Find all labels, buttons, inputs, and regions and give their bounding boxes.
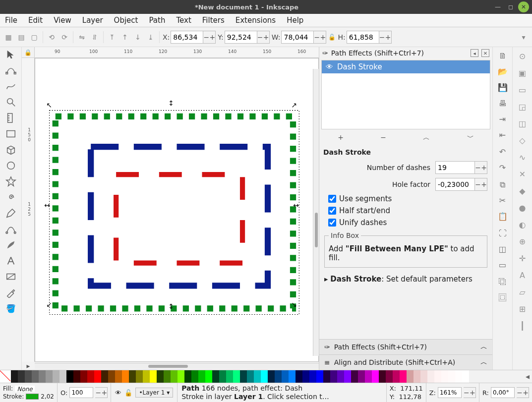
snap-page-icon[interactable]: ▱ <box>517 286 529 298</box>
palette-swatch[interactable] <box>53 370 59 383</box>
y-inc[interactable]: + <box>263 31 269 43</box>
bezier-tool-icon[interactable] <box>4 223 17 235</box>
rotate-ccw-icon[interactable]: ⟲ <box>46 32 57 43</box>
palette-swatch[interactable] <box>400 370 407 383</box>
selection-handle-s[interactable]: ↕ <box>168 303 174 309</box>
selection-handle-nw[interactable]: ↖ <box>46 102 52 108</box>
open-doc-icon[interactable]: 📂 <box>497 66 508 77</box>
fill-swatch[interactable]: None <box>15 386 35 392</box>
stroke-swatch[interactable] <box>26 394 39 400</box>
y-input[interactable] <box>225 31 257 44</box>
deselect-icon[interactable]: ▢ <box>29 32 40 43</box>
visibility-icon[interactable]: 👁 <box>326 62 333 71</box>
w-input[interactable] <box>281 31 314 44</box>
palette-swatch[interactable] <box>344 370 351 383</box>
zoom-inc[interactable]: + <box>470 387 475 399</box>
num-dashes-inc[interactable]: + <box>481 162 487 173</box>
menu-layer[interactable]: Layer <box>80 15 105 26</box>
palette-swatch[interactable] <box>309 370 316 383</box>
select-all-icon[interactable]: ▦ <box>3 32 14 43</box>
palette-swatch[interactable] <box>420 370 427 383</box>
palette-swatch[interactable] <box>275 370 282 383</box>
palette-swatch[interactable] <box>177 370 184 383</box>
lower-icon[interactable]: ↓ <box>132 32 143 43</box>
lower-bottom-icon[interactable]: ⤓ <box>145 32 156 43</box>
palette-swatch[interactable] <box>101 370 108 383</box>
palette-swatch[interactable] <box>247 370 254 383</box>
menu-filters[interactable]: Filters <box>200 15 227 26</box>
x-dec[interactable]: − <box>203 31 209 43</box>
palette-none-swatch[interactable] <box>0 370 11 383</box>
duplicate-icon[interactable]: ⿻ <box>497 276 508 287</box>
palette-swatch[interactable] <box>25 370 32 383</box>
layer-selector[interactable]: •Layer 1 ▾ <box>135 388 173 398</box>
menu-view[interactable]: View <box>52 15 73 26</box>
snap-rotation-icon[interactable]: ✛ <box>517 252 529 264</box>
selection-handle-e[interactable]: ↔ <box>293 202 299 208</box>
collapsed-tab-align[interactable]: ≡Align and Distribute (Shift+Ctrl+A)︿ <box>319 354 492 370</box>
raise-top-icon[interactable]: ⤒ <box>107 32 118 43</box>
snap-bbox-corner-icon[interactable]: ◲ <box>517 101 529 113</box>
select-in-layers-icon[interactable]: ▤ <box>16 32 27 43</box>
snap-path-icon[interactable]: ∿ <box>517 151 529 163</box>
node-tool-icon[interactable] <box>4 64 17 77</box>
zoom-fit-icon[interactable]: ⛶ <box>497 228 508 238</box>
selector-tool-icon[interactable] <box>4 48 17 61</box>
palette-swatch[interactable] <box>32 370 39 383</box>
3dbox-tool-icon[interactable] <box>4 143 17 156</box>
menu-extensions[interactable]: Extensions <box>234 15 278 26</box>
rotation-input[interactable] <box>491 387 515 398</box>
text-tool-icon[interactable] <box>4 254 17 267</box>
palette-swatch[interactable] <box>393 370 400 383</box>
palette-swatch[interactable] <box>66 370 73 383</box>
measure-tool-icon[interactable] <box>4 112 17 124</box>
snap-center-icon[interactable]: ⊕ <box>517 235 529 247</box>
selection-handle-n[interactable]: ↕ <box>168 100 174 106</box>
star-tool-icon[interactable] <box>4 175 17 188</box>
vertical-scrollbar[interactable] <box>313 69 319 356</box>
x-inc[interactable]: + <box>209 31 215 43</box>
paste-icon[interactable]: 📋 <box>497 211 508 222</box>
palette-swatch[interactable] <box>282 370 289 383</box>
gradient-tool-icon[interactable] <box>4 270 17 283</box>
palette-swatch[interactable] <box>261 370 268 383</box>
palette-swatch[interactable] <box>122 370 129 383</box>
hole-inc[interactable]: + <box>481 178 487 190</box>
palette-swatch[interactable] <box>434 370 441 383</box>
x-input[interactable] <box>171 31 203 44</box>
set-default-params[interactable]: ▸ Dash Stroke: Set default parameters <box>319 271 492 287</box>
palette-swatch[interactable] <box>94 370 101 383</box>
dropper-tool-icon[interactable] <box>4 286 17 299</box>
palette-swatch[interactable] <box>379 370 386 383</box>
snap-node-icon[interactable]: ◇ <box>517 134 529 146</box>
ruler-origin-lock-icon[interactable]: 🔒 <box>22 47 35 58</box>
palette-swatch[interactable] <box>254 370 261 383</box>
snap-guide-icon[interactable]: ┃ <box>517 320 529 332</box>
cut-icon[interactable]: ✂ <box>497 195 508 206</box>
palette-swatch[interactable] <box>115 370 122 383</box>
snap-cusp-icon[interactable]: ◆ <box>517 185 529 197</box>
palette-swatch[interactable] <box>39 370 46 383</box>
palette-swatch[interactable] <box>108 370 115 383</box>
palette-swatch[interactable] <box>448 370 455 383</box>
clone-icon[interactable]: ⿴ <box>497 292 508 303</box>
hole-dec[interactable]: − <box>475 178 481 190</box>
horizontal-ruler[interactable]: 90 100 110 120 130 140 150 160 <box>35 47 319 58</box>
palette-swatch[interactable] <box>184 370 191 383</box>
toolbox-overflow-icon[interactable]: ▸ <box>22 362 35 370</box>
palette-swatch[interactable] <box>289 370 296 383</box>
snap-bbox-edge-icon[interactable]: ▭ <box>517 84 529 96</box>
layer-visibility-icon[interactable]: 👁 <box>115 389 121 397</box>
palette-swatch[interactable] <box>198 370 205 383</box>
snap-midpoint-icon[interactable]: ◐ <box>517 219 529 230</box>
palette-swatch[interactable] <box>323 370 330 383</box>
unify-dashes-checkbox[interactable] <box>328 219 336 227</box>
undo-icon[interactable]: ↶ <box>497 146 508 157</box>
rotate-cw-icon[interactable]: ⟳ <box>59 32 70 43</box>
window-close-button[interactable]: ✕ <box>518 1 529 12</box>
move-effect-down-button[interactable]: ﹀ <box>467 133 474 142</box>
horizontal-scrollbar[interactable] <box>35 363 319 369</box>
y-dec[interactable]: − <box>257 31 263 43</box>
menu-path[interactable]: Path <box>147 15 167 26</box>
move-effect-up-button[interactable]: ︿ <box>423 133 430 142</box>
